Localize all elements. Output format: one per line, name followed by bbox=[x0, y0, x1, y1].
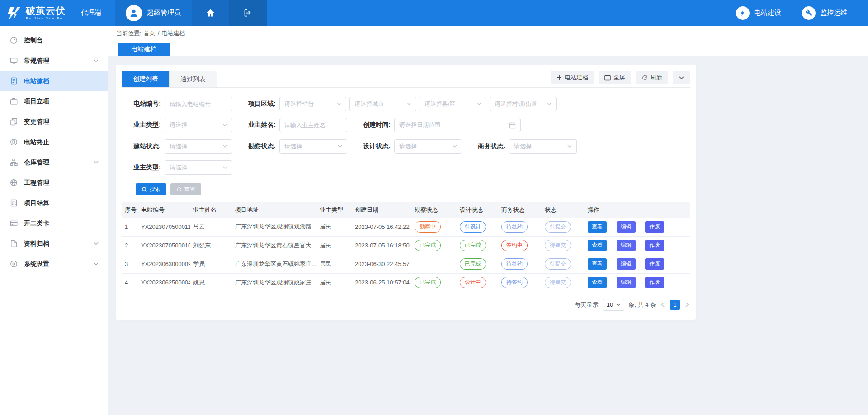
edit-button[interactable]: 编辑 bbox=[617, 258, 636, 270]
status-badge: 待签约 bbox=[501, 221, 528, 233]
refresh-button[interactable]: 刷新 bbox=[636, 71, 668, 84]
content-card: 创建列表 通过列表 电站建档 全屏 刷新 bbox=[116, 65, 696, 320]
card-icon bbox=[10, 219, 18, 227]
breadcrumb-home[interactable]: 首页 bbox=[144, 29, 156, 37]
pagination: 每页显示 10 条, 共 4 条 1 bbox=[122, 292, 690, 312]
sidebar-item-data-archiving[interactable]: 资料归档 bbox=[0, 233, 108, 254]
tab-create-list[interactable]: 创建列表 bbox=[122, 71, 169, 87]
logout-button[interactable] bbox=[229, 0, 267, 26]
brand: 破茧云伏 Po Jian Yun Fu bbox=[0, 0, 75, 26]
build-status-select[interactable]: 请选择 bbox=[165, 139, 232, 154]
chevron-down-icon bbox=[453, 145, 457, 148]
page-tab-station-filing[interactable]: 电站建档 bbox=[118, 43, 170, 56]
table-row: 2 YX2023070500010 刘强东 广东深圳龙华区黄石镇星官大... 居… bbox=[122, 236, 690, 255]
document-icon bbox=[10, 77, 18, 85]
calculator-icon bbox=[10, 199, 18, 207]
brand-logo-icon bbox=[6, 7, 22, 19]
main-content: 当前位置: 首页 / 电站建档 电站建档 创建列表 通过列表 电站建档 全屏 bbox=[108, 26, 868, 415]
home-button[interactable] bbox=[192, 0, 229, 26]
sidebar-item-engineering-management[interactable]: 工程管理 bbox=[0, 173, 108, 193]
fullscreen-icon bbox=[604, 75, 611, 81]
chevron-down-icon bbox=[223, 124, 227, 126]
top-header: 破茧云伏 Po Jian Yun Fu 代理端 超级管理员 电站建设 监控运维 bbox=[0, 0, 868, 26]
void-button[interactable]: 作废 bbox=[645, 258, 664, 270]
owner-type2-select[interactable]: 请选择 bbox=[165, 160, 232, 175]
sidebar-item-console[interactable]: 控制台 bbox=[0, 30, 108, 51]
sidebar-item-project-settlement[interactable]: 项目结算 bbox=[0, 193, 108, 213]
brand-subtitle: Po Jian Yun Fu bbox=[26, 17, 66, 20]
breadcrumb-prefix: 当前位置: bbox=[116, 29, 142, 37]
status-badge: 勘察中 bbox=[415, 221, 441, 233]
nav-monitor-label: 监控运维 bbox=[820, 9, 847, 17]
stop-circle-icon bbox=[10, 138, 18, 146]
chevron-down-icon bbox=[547, 103, 552, 105]
province-select[interactable]: 请选择省份 bbox=[279, 97, 346, 111]
chevron-down-icon bbox=[223, 166, 227, 169]
status-badge: 待签约 bbox=[501, 277, 528, 288]
edit-button[interactable]: 编辑 bbox=[617, 221, 636, 233]
next-page-button[interactable] bbox=[684, 302, 690, 307]
fullscreen-button[interactable]: 全屏 bbox=[599, 71, 631, 84]
owner-name-input[interactable] bbox=[279, 118, 347, 132]
sidebar-item-station-filing[interactable]: 电站建档 bbox=[0, 71, 108, 91]
wrench-icon bbox=[802, 6, 816, 20]
chevron-down-icon bbox=[94, 59, 99, 62]
per-page-label: 每页显示 bbox=[575, 301, 599, 309]
sidebar-item-station-termination[interactable]: 电站终止 bbox=[0, 132, 108, 152]
void-button[interactable]: 作废 bbox=[645, 221, 664, 233]
station-code-input[interactable] bbox=[165, 97, 232, 111]
portal-label: 代理端 bbox=[75, 8, 101, 19]
county-select[interactable]: 请选择县/区 bbox=[420, 97, 486, 111]
user-name: 超级管理员 bbox=[147, 9, 181, 17]
status-badge: 已完成 bbox=[415, 240, 441, 251]
owner-type-select[interactable]: 请选择 bbox=[165, 118, 232, 132]
search-button[interactable]: 搜索 bbox=[136, 183, 166, 195]
town-select[interactable]: 请选择村镇/街道 bbox=[490, 97, 557, 111]
void-button[interactable]: 作废 bbox=[645, 277, 664, 288]
nav-monitor-ops[interactable]: 监控运维 bbox=[802, 6, 847, 20]
edit-button[interactable]: 编辑 bbox=[617, 240, 636, 251]
sidebar: 控制台 常规管理 电站建档 项目立项 变更管理 电站终止 仓库管理 工程管理 项… bbox=[0, 26, 108, 415]
home-icon bbox=[206, 8, 215, 18]
person-icon bbox=[129, 8, 139, 18]
void-button[interactable]: 作废 bbox=[645, 240, 664, 251]
business-status-select[interactable]: 请选择 bbox=[509, 139, 577, 154]
user-avatar bbox=[126, 5, 142, 21]
search-icon bbox=[142, 187, 147, 192]
settings-icon bbox=[10, 260, 18, 268]
chevron-down-icon bbox=[337, 103, 341, 105]
collapse-panel-button[interactable] bbox=[673, 71, 690, 84]
lightning-icon bbox=[736, 6, 750, 20]
view-button[interactable]: 查看 bbox=[588, 240, 607, 251]
sidebar-item-project-initiation[interactable]: 项目立项 bbox=[0, 91, 108, 112]
total-label: 条, 共 4 条 bbox=[628, 301, 656, 309]
chevron-right-icon bbox=[685, 302, 689, 307]
globe-icon bbox=[10, 179, 18, 187]
sidebar-item-general-management[interactable]: 常规管理 bbox=[0, 51, 108, 71]
prev-page-button[interactable] bbox=[660, 302, 666, 307]
survey-status-select[interactable]: 请选择 bbox=[279, 139, 347, 154]
user-menu[interactable]: 超级管理员 bbox=[115, 0, 192, 26]
tab-passed-list[interactable]: 通过列表 bbox=[169, 71, 217, 87]
view-button[interactable]: 查看 bbox=[588, 277, 607, 288]
sidebar-item-change-management[interactable]: 变更管理 bbox=[0, 112, 108, 132]
sidebar-item-type2-card[interactable]: 开二类卡 bbox=[0, 213, 108, 233]
chevron-down-icon bbox=[407, 103, 411, 105]
page-number[interactable]: 1 bbox=[670, 300, 680, 310]
nav-station-construction[interactable]: 电站建设 bbox=[736, 6, 781, 20]
create-time-range-input[interactable]: 请选择日期范围 bbox=[394, 118, 521, 132]
view-button[interactable]: 查看 bbox=[588, 258, 607, 270]
chevron-down-icon bbox=[223, 145, 227, 148]
chevron-left-icon bbox=[661, 302, 665, 307]
city-select[interactable]: 请选择城市 bbox=[349, 97, 416, 111]
per-page-select[interactable]: 10 bbox=[603, 299, 624, 311]
status-badge: 已完成 bbox=[415, 277, 441, 288]
edit-button[interactable]: 编辑 bbox=[617, 277, 636, 288]
sidebar-item-warehouse-management[interactable]: 仓库管理 bbox=[0, 152, 108, 173]
add-station-button[interactable]: 电站建档 bbox=[551, 71, 594, 84]
view-button[interactable]: 查看 bbox=[588, 221, 607, 233]
design-status-select[interactable]: 请选择 bbox=[394, 139, 462, 154]
reset-button[interactable]: 重置 bbox=[170, 183, 201, 195]
sidebar-item-system-settings[interactable]: 系统设置 bbox=[0, 254, 108, 274]
region-label: 项目区域: bbox=[239, 100, 276, 108]
